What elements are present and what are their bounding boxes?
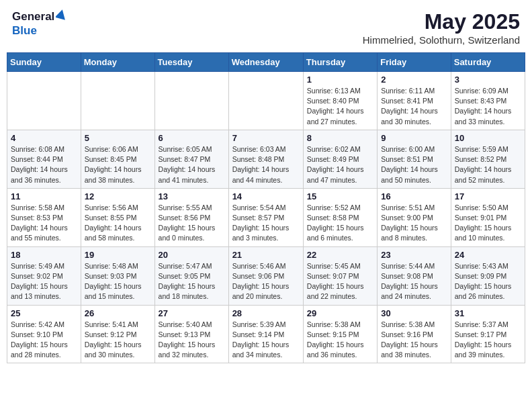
logo-triangle-icon (56, 9, 66, 24)
page-subtitle: Himmelried, Solothurn, Switzerland (363, 34, 520, 46)
table-row: 18Sunrise: 5:49 AM Sunset: 9:02 PM Dayli… (7, 246, 81, 305)
table-row: 31Sunrise: 5:37 AM Sunset: 9:17 PM Dayli… (451, 305, 525, 363)
table-row: 7Sunrise: 6:03 AM Sunset: 8:48 PM Daylig… (228, 130, 303, 188)
day-info: Sunrise: 5:58 AM Sunset: 8:53 PM Dayligh… (11, 203, 77, 244)
table-row: 1Sunrise: 6:13 AM Sunset: 8:40 PM Daylig… (303, 72, 377, 130)
day-info: Sunrise: 5:39 AM Sunset: 9:14 PM Dayligh… (232, 320, 300, 361)
day-number: 27 (159, 308, 225, 318)
table-row: 17Sunrise: 5:50 AM Sunset: 9:01 PM Dayli… (451, 188, 525, 246)
calendar-week-row: 4Sunrise: 6:08 AM Sunset: 8:44 PM Daylig… (7, 130, 525, 188)
table-row: 28Sunrise: 5:39 AM Sunset: 9:14 PM Dayli… (228, 305, 303, 363)
day-number: 30 (381, 308, 447, 318)
day-number: 21 (232, 250, 300, 260)
day-info: Sunrise: 5:37 AM Sunset: 9:17 PM Dayligh… (455, 320, 521, 361)
day-number: 14 (232, 191, 300, 201)
day-number: 2 (381, 75, 447, 85)
day-info: Sunrise: 6:00 AM Sunset: 8:51 PM Dayligh… (381, 144, 447, 185)
header-tuesday: Tuesday (154, 53, 228, 72)
page-title: May 2025 (363, 9, 520, 34)
day-number: 24 (455, 250, 521, 260)
calendar-week-row: 25Sunrise: 5:42 AM Sunset: 9:10 PM Dayli… (7, 305, 525, 363)
table-row: 11Sunrise: 5:58 AM Sunset: 8:53 PM Dayli… (7, 188, 81, 246)
day-info: Sunrise: 5:42 AM Sunset: 9:10 PM Dayligh… (11, 320, 77, 361)
title-section: May 2025 Himmelried, Solothurn, Switzerl… (363, 9, 520, 46)
table-row: 4Sunrise: 6:08 AM Sunset: 8:44 PM Daylig… (7, 130, 81, 188)
table-row: 24Sunrise: 5:43 AM Sunset: 9:09 PM Dayli… (451, 246, 525, 305)
day-info: Sunrise: 5:54 AM Sunset: 8:57 PM Dayligh… (232, 203, 300, 244)
table-row: 6Sunrise: 6:05 AM Sunset: 8:47 PM Daylig… (154, 130, 228, 188)
day-info: Sunrise: 5:38 AM Sunset: 9:15 PM Dayligh… (307, 320, 373, 361)
day-number: 9 (381, 133, 447, 143)
table-row: 15Sunrise: 5:52 AM Sunset: 8:58 PM Dayli… (303, 188, 377, 246)
day-info: Sunrise: 5:40 AM Sunset: 9:13 PM Dayligh… (159, 320, 225, 361)
header-monday: Monday (81, 53, 154, 72)
day-number: 26 (85, 308, 151, 318)
day-info: Sunrise: 5:41 AM Sunset: 9:12 PM Dayligh… (85, 320, 151, 361)
day-info: Sunrise: 5:48 AM Sunset: 9:03 PM Dayligh… (85, 261, 151, 302)
table-row: 10Sunrise: 5:59 AM Sunset: 8:52 PM Dayli… (451, 130, 525, 188)
logo: General Blue (12, 9, 66, 38)
header-sunday: Sunday (7, 53, 81, 72)
day-info: Sunrise: 5:50 AM Sunset: 9:01 PM Dayligh… (455, 203, 521, 244)
day-number: 3 (455, 75, 521, 85)
day-info: Sunrise: 5:43 AM Sunset: 9:09 PM Dayligh… (455, 261, 521, 302)
day-number: 31 (455, 308, 521, 318)
table-row: 22Sunrise: 5:45 AM Sunset: 9:07 PM Dayli… (303, 246, 377, 305)
day-info: Sunrise: 6:11 AM Sunset: 8:41 PM Dayligh… (381, 86, 447, 127)
calendar-table: Sunday Monday Tuesday Wednesday Thursday… (7, 52, 525, 363)
day-number: 20 (159, 250, 225, 260)
day-info: Sunrise: 6:13 AM Sunset: 8:40 PM Dayligh… (307, 86, 373, 127)
day-number: 8 (307, 133, 373, 143)
day-number: 12 (85, 191, 151, 201)
day-number: 19 (85, 250, 151, 260)
table-row: 26Sunrise: 5:41 AM Sunset: 9:12 PM Dayli… (81, 305, 154, 363)
table-row: 30Sunrise: 5:38 AM Sunset: 9:16 PM Dayli… (378, 305, 451, 363)
day-number: 6 (159, 133, 225, 143)
table-row: 25Sunrise: 5:42 AM Sunset: 9:10 PM Dayli… (7, 305, 81, 363)
day-info: Sunrise: 5:52 AM Sunset: 8:58 PM Dayligh… (307, 203, 373, 244)
day-number: 29 (307, 308, 373, 318)
page-header: General Blue May 2025 Himmelried, Soloth… (7, 7, 525, 48)
header-friday: Friday (378, 53, 451, 72)
table-row (228, 72, 303, 130)
day-info: Sunrise: 5:46 AM Sunset: 9:06 PM Dayligh… (232, 261, 300, 302)
day-number: 7 (232, 133, 300, 143)
table-row (81, 72, 154, 130)
logo-blue: Blue (12, 24, 37, 37)
day-number: 17 (455, 191, 521, 201)
table-row: 23Sunrise: 5:44 AM Sunset: 9:08 PM Dayli… (378, 246, 451, 305)
table-row: 14Sunrise: 5:54 AM Sunset: 8:57 PM Dayli… (228, 188, 303, 246)
table-row: 3Sunrise: 6:09 AM Sunset: 8:43 PM Daylig… (451, 72, 525, 130)
table-row: 12Sunrise: 5:56 AM Sunset: 8:55 PM Dayli… (81, 188, 154, 246)
table-row: 29Sunrise: 5:38 AM Sunset: 9:15 PM Dayli… (303, 305, 377, 363)
day-info: Sunrise: 5:45 AM Sunset: 9:07 PM Dayligh… (307, 261, 373, 302)
day-info: Sunrise: 5:49 AM Sunset: 9:02 PM Dayligh… (11, 261, 77, 302)
calendar-week-row: 1Sunrise: 6:13 AM Sunset: 8:40 PM Daylig… (7, 72, 525, 130)
day-info: Sunrise: 6:08 AM Sunset: 8:44 PM Dayligh… (11, 144, 77, 185)
header-wednesday: Wednesday (228, 53, 303, 72)
day-number: 5 (85, 133, 151, 143)
day-number: 22 (307, 250, 373, 260)
calendar-week-row: 18Sunrise: 5:49 AM Sunset: 9:02 PM Dayli… (7, 246, 525, 305)
table-row: 21Sunrise: 5:46 AM Sunset: 9:06 PM Dayli… (228, 246, 303, 305)
table-row: 13Sunrise: 5:55 AM Sunset: 8:56 PM Dayli… (154, 188, 228, 246)
table-row: 2Sunrise: 6:11 AM Sunset: 8:41 PM Daylig… (378, 72, 451, 130)
day-info: Sunrise: 5:44 AM Sunset: 9:08 PM Dayligh… (381, 261, 447, 302)
day-number: 23 (381, 250, 447, 260)
day-number: 4 (11, 133, 77, 143)
table-row: 5Sunrise: 6:06 AM Sunset: 8:45 PM Daylig… (81, 130, 154, 188)
header-thursday: Thursday (303, 53, 377, 72)
day-number: 15 (307, 191, 373, 201)
svg-marker-0 (56, 9, 66, 20)
day-info: Sunrise: 5:47 AM Sunset: 9:05 PM Dayligh… (159, 261, 225, 302)
logo-general: General (12, 10, 54, 24)
day-info: Sunrise: 6:09 AM Sunset: 8:43 PM Dayligh… (455, 86, 521, 127)
day-info: Sunrise: 5:51 AM Sunset: 9:00 PM Dayligh… (381, 203, 447, 244)
table-row (7, 72, 81, 130)
day-info: Sunrise: 5:55 AM Sunset: 8:56 PM Dayligh… (159, 203, 225, 244)
day-number: 11 (11, 191, 77, 201)
calendar-header-row: Sunday Monday Tuesday Wednesday Thursday… (7, 53, 525, 72)
day-number: 10 (455, 133, 521, 143)
day-info: Sunrise: 6:03 AM Sunset: 8:48 PM Dayligh… (232, 144, 300, 185)
header-saturday: Saturday (451, 53, 525, 72)
